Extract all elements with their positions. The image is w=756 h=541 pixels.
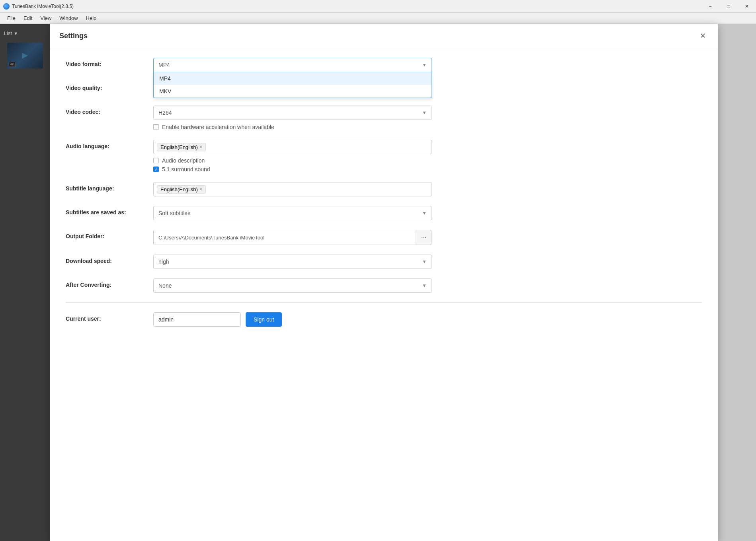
audio-language-tag-value: English(English) bbox=[160, 144, 198, 150]
list-label-text: List bbox=[4, 30, 12, 36]
subtitle-language-tag-remove[interactable]: × bbox=[199, 186, 202, 192]
dialog-title: Settings bbox=[59, 32, 88, 40]
after-converting-value: None bbox=[158, 282, 172, 289]
download-speed-label: Download speed: bbox=[66, 255, 153, 264]
audio-language-tag-remove[interactable]: × bbox=[199, 144, 202, 150]
after-converting-row: After Converting: None ▼ bbox=[66, 278, 702, 293]
user-row-controls: admin Sign out bbox=[153, 312, 432, 327]
close-button[interactable]: ✕ bbox=[738, 0, 756, 13]
video-format-dropdown[interactable]: MP4 ▼ bbox=[153, 58, 432, 72]
subtitle-language-label: Subtitle language: bbox=[66, 182, 153, 192]
subtitle-language-tag-value: English(English) bbox=[160, 186, 198, 192]
surround-sound-checkbox[interactable]: ✓ bbox=[153, 167, 159, 172]
output-folder-row: Output Folder: C:\Users\A\Documents\Tune… bbox=[66, 230, 702, 245]
download-speed-arrow-icon: ▼ bbox=[422, 259, 427, 265]
app-icon bbox=[3, 3, 10, 10]
audio-language-label: Audio language: bbox=[66, 140, 153, 149]
video-quality-label: Video quality: bbox=[66, 82, 153, 91]
restore-button[interactable]: □ bbox=[719, 0, 738, 13]
dialog-header: Settings ✕ bbox=[50, 24, 718, 48]
window-controls: − □ ✕ bbox=[701, 0, 756, 13]
video-codec-label: Video codec: bbox=[66, 106, 153, 130]
video-format-value: MP4 bbox=[158, 62, 170, 68]
subtitle-language-tag: English(English) × bbox=[157, 185, 206, 194]
menu-bar: File Edit View Window Help bbox=[0, 13, 756, 24]
audio-desc-checkbox[interactable] bbox=[153, 158, 159, 163]
video-format-row: Video format: MP4 ▼ MP4 MKV bbox=[66, 58, 702, 72]
subtitle-language-row: Subtitle language: English(English) × bbox=[66, 182, 702, 196]
current-user-value: admin bbox=[158, 316, 174, 323]
surround-sound-row: ✓ 5.1 surround sound bbox=[153, 166, 432, 172]
video-codec-arrow-icon: ▼ bbox=[422, 110, 427, 116]
video-format-option-mkv[interactable]: MKV bbox=[154, 85, 432, 98]
video-codec-control: H264 ▼ Enable hardware acceleration when… bbox=[153, 106, 432, 130]
dialog-close-button[interactable]: ✕ bbox=[697, 30, 708, 41]
download-speed-value: high bbox=[158, 259, 169, 265]
video-codec-value: H264 bbox=[158, 110, 172, 116]
download-speed-row: Download speed: high ▼ bbox=[66, 255, 702, 269]
dialog-body: Video format: MP4 ▼ MP4 MKV Video qualit… bbox=[50, 48, 718, 541]
surround-sound-label: 5.1 surround sound bbox=[162, 166, 210, 172]
audio-language-tag: English(English) × bbox=[157, 143, 206, 151]
menu-help[interactable]: Help bbox=[82, 14, 101, 23]
video-codec-main-row: Video codec: H264 ▼ Enable hardware acce… bbox=[66, 106, 702, 130]
video-format-arrow-icon: ▼ bbox=[422, 62, 427, 68]
hardware-accel-row: Enable hardware acceleration when availa… bbox=[153, 124, 432, 130]
video-codec-row: Video codec: H264 ▼ Enable hardware acce… bbox=[66, 106, 702, 130]
subtitles-saved-as-label: Subtitles are saved as: bbox=[66, 206, 153, 216]
app-area: List ▼ 4K Settings ✕ Video format: bbox=[0, 24, 756, 541]
video-format-control: MP4 ▼ MP4 MKV bbox=[153, 58, 432, 72]
menu-view[interactable]: View bbox=[36, 14, 55, 23]
hardware-accel-label: Enable hardware acceleration when availa… bbox=[162, 124, 274, 130]
after-converting-label: After Converting: bbox=[66, 278, 153, 288]
sidebar-thumbnail: 4K bbox=[7, 43, 43, 69]
minimize-button[interactable]: − bbox=[701, 0, 719, 13]
subtitles-saved-as-dropdown[interactable]: Soft subtitles ▼ bbox=[153, 206, 432, 220]
menu-window[interactable]: Window bbox=[55, 14, 82, 23]
audio-language-tag-input[interactable]: English(English) × bbox=[153, 140, 432, 154]
output-folder-label: Output Folder: bbox=[66, 230, 153, 239]
video-format-label: Video format: bbox=[66, 58, 153, 67]
subtitle-language-control: English(English) × bbox=[153, 182, 432, 196]
title-bar: TunesBank iMovieTool(2.3.5) − □ ✕ bbox=[0, 0, 756, 13]
svg-marker-0 bbox=[22, 53, 28, 59]
settings-divider bbox=[66, 302, 702, 303]
audio-desc-row: Audio description bbox=[153, 157, 432, 164]
download-speed-control: high ▼ bbox=[153, 255, 432, 269]
after-converting-dropdown[interactable]: None ▼ bbox=[153, 278, 432, 293]
menu-edit[interactable]: Edit bbox=[20, 14, 36, 23]
video-codec-dropdown[interactable]: H264 ▼ bbox=[153, 106, 432, 120]
hardware-accel-checkbox[interactable] bbox=[153, 124, 159, 130]
download-speed-dropdown[interactable]: high ▼ bbox=[153, 255, 432, 269]
subtitles-saved-as-control: Soft subtitles ▼ bbox=[153, 206, 432, 220]
subtitle-language-tag-input[interactable]: English(English) × bbox=[153, 182, 432, 196]
subtitles-saved-as-value: Soft subtitles bbox=[158, 210, 190, 216]
list-chevron-icon: ▼ bbox=[14, 31, 18, 36]
output-folder-browse-button[interactable]: ··· bbox=[416, 230, 432, 245]
settings-dialog: Settings ✕ Video format: MP4 ▼ MP4 MKV bbox=[50, 24, 718, 541]
audio-desc-label: Audio description bbox=[162, 157, 205, 164]
thumbnail-badge: 4K bbox=[9, 62, 16, 67]
audio-language-control: English(English) × Audio description ✓ 5… bbox=[153, 140, 432, 172]
current-user-label: Current user: bbox=[66, 312, 153, 322]
subtitles-saved-as-row: Subtitles are saved as: Soft subtitles ▼ bbox=[66, 206, 702, 220]
current-user-input: admin bbox=[153, 312, 241, 327]
after-converting-control: None ▼ bbox=[153, 278, 432, 293]
sidebar-list-label: List ▼ bbox=[0, 28, 50, 39]
play-icon bbox=[19, 52, 31, 60]
sidebar: List ▼ 4K bbox=[0, 24, 50, 541]
current-user-row: Current user: admin Sign out bbox=[66, 312, 702, 327]
video-format-option-mp4[interactable]: MP4 bbox=[154, 72, 432, 85]
current-user-control: admin Sign out bbox=[153, 312, 432, 327]
subtitles-saved-as-arrow-icon: ▼ bbox=[422, 210, 427, 216]
output-folder-input-row: C:\Users\A\Documents\TunesBank iMovieToo… bbox=[153, 230, 432, 245]
sign-out-button[interactable]: Sign out bbox=[246, 312, 282, 327]
menu-file[interactable]: File bbox=[3, 14, 20, 23]
video-format-menu: MP4 MKV bbox=[153, 72, 432, 98]
app-title: TunesBank iMovieTool(2.3.5) bbox=[12, 4, 74, 9]
after-converting-arrow-icon: ▼ bbox=[422, 283, 427, 288]
output-folder-path: C:\Users\A\Documents\TunesBank iMovieToo… bbox=[154, 230, 416, 245]
audio-language-row: Audio language: English(English) × Audio… bbox=[66, 140, 702, 172]
output-folder-control: C:\Users\A\Documents\TunesBank iMovieToo… bbox=[153, 230, 432, 245]
